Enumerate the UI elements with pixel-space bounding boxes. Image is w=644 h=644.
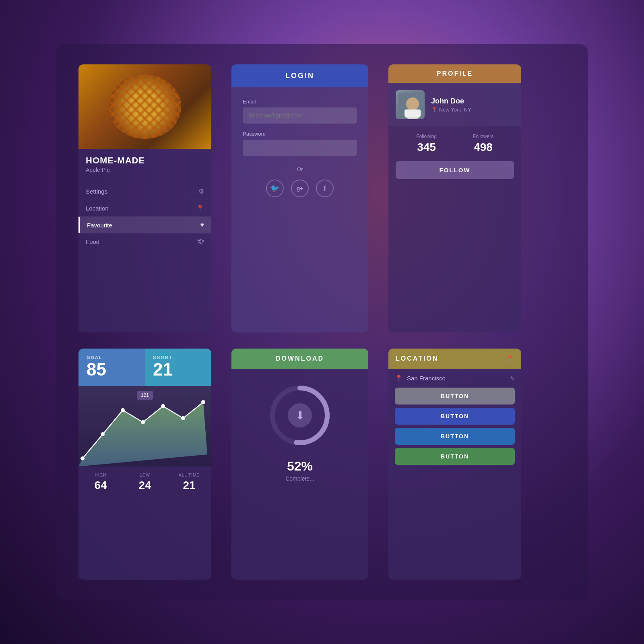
password-label: Password <box>243 131 357 137</box>
short-section: SHORT 21 <box>145 349 211 386</box>
svg-rect-3 <box>405 109 421 117</box>
alltime-label: ALL TIME <box>167 473 211 477</box>
email-label: Email <box>243 99 357 105</box>
location-edit-icon[interactable]: ✎ <box>510 375 515 382</box>
download-title: DOWNLOAD <box>276 355 324 362</box>
menu-item-settings[interactable]: Settings ⚙ <box>78 183 211 200</box>
google-button[interactable]: g+ <box>291 180 309 197</box>
followers-value: 498 <box>455 141 512 154</box>
food-menu: Settings ⚙ Location 📍 Favourite ♥ Food 🍽 <box>78 183 211 250</box>
svg-marker-4 <box>78 402 207 466</box>
profile-name: John Doe <box>431 97 471 105</box>
profile-header: PROFILE <box>388 64 521 83</box>
pie-lattice <box>109 74 181 139</box>
low-value: 24 <box>123 479 167 492</box>
svg-point-1 <box>406 97 419 110</box>
food-label-menu: Food <box>86 238 99 245</box>
goal-value: 85 <box>87 360 137 379</box>
download-progress-ring: ⬇ <box>268 383 332 448</box>
twitter-icon: 🐦 <box>270 184 279 193</box>
button-2[interactable]: BUTTON <box>395 408 515 425</box>
download-card: DOWNLOAD ⬇ 52% Complete... <box>231 349 368 580</box>
food-card: HOME-MADE Apple Pie Settings ⚙ Location … <box>78 64 211 332</box>
following-stat: Following 345 <box>398 134 455 154</box>
location-pin-icon2: 📍 <box>395 374 403 382</box>
location-title: LOCATION <box>396 355 438 362</box>
google-icon: g+ <box>297 185 303 192</box>
profile-info: John Doe 📍 New York, NY <box>431 97 471 113</box>
follow-button[interactable]: FOLLOW <box>396 161 514 179</box>
svg-point-10 <box>181 416 185 420</box>
menu-item-location[interactable]: Location 📍 <box>78 200 211 217</box>
stats-top: GOAL 85 SHORT 21 <box>78 349 211 386</box>
low-stat: LOW 24 <box>123 473 167 492</box>
avatar-image <box>398 93 422 117</box>
download-cloud-icon: ⬇ <box>288 403 312 427</box>
button-3[interactable]: BUTTON <box>395 428 515 445</box>
login-header: LOGIN <box>231 64 368 87</box>
profile-location: 📍 New York, NY <box>431 107 471 113</box>
svg-point-6 <box>101 432 105 436</box>
settings-icon: ⚙ <box>198 188 204 195</box>
password-input[interactable] <box>243 140 357 156</box>
short-value: 21 <box>153 360 203 379</box>
food-image <box>78 64 211 149</box>
download-percent: 52% <box>287 459 313 474</box>
high-stat: HIGH 64 <box>78 473 123 492</box>
profile-card: PROFILE John Doe 📍 New York, <box>388 64 521 332</box>
svg-point-9 <box>161 404 165 408</box>
button-4[interactable]: BUTTON <box>395 448 515 465</box>
menu-item-favourite[interactable]: Favourite ♥ <box>78 217 211 233</box>
alltime-stat: ALL TIME 21 <box>167 473 211 492</box>
svg-point-7 <box>121 408 125 412</box>
profile-user-section: John Doe 📍 New York, NY <box>388 83 521 126</box>
twitter-button[interactable]: 🐦 <box>266 180 284 197</box>
food-title: HOME-MADE <box>86 155 204 166</box>
chart-svg <box>78 386 211 466</box>
button-group: BUTTON BUTTON BUTTON BUTTON <box>388 385 521 471</box>
following-label: Following <box>398 134 455 139</box>
download-body: ⬇ 52% Complete... <box>231 369 368 494</box>
facebook-button[interactable]: f <box>316 180 334 197</box>
location-header-icon: 📍 <box>505 354 514 363</box>
food-card-text: HOME-MADE Apple Pie <box>78 149 211 181</box>
location-pin-icon: 📍 <box>196 204 204 212</box>
heart-icon: ♥ <box>200 221 204 229</box>
pie-visual <box>109 74 181 139</box>
followers-label: Followers <box>455 134 512 139</box>
high-label: HIGH <box>78 473 123 477</box>
high-value: 64 <box>78 479 123 492</box>
settings-label: Settings <box>86 188 107 195</box>
login-body: Email Password Or 🐦 g+ f <box>231 87 368 207</box>
profile-title: PROFILE <box>437 70 473 77</box>
menu-item-food[interactable]: Food 🍽 <box>78 233 211 250</box>
chart-area: 121 <box>78 386 211 466</box>
alltime-value: 21 <box>167 479 211 492</box>
svg-point-5 <box>80 456 85 460</box>
favourite-label: Favourite <box>87 222 112 229</box>
email-input[interactable] <box>243 107 357 124</box>
facebook-icon: f <box>324 184 326 193</box>
food-subtitle: Apple Pie <box>86 167 204 173</box>
goal-section: GOAL 85 <box>78 349 145 386</box>
location-card: LOCATION 📍 📍 San Francisco ✎ BUTTON BUTT… <box>388 349 521 580</box>
or-divider: Or <box>243 166 357 172</box>
button-1[interactable]: BUTTON <box>395 388 515 405</box>
download-status: Complete... <box>285 475 314 482</box>
social-buttons: 🐦 g+ f <box>243 180 357 197</box>
login-title: LOGIN <box>285 72 314 80</box>
stats-card: GOAL 85 SHORT 21 121 <box>78 349 211 580</box>
avatar <box>396 90 425 119</box>
location-label: Location <box>86 205 109 212</box>
location-input-area: 📍 San Francisco ✎ <box>388 369 521 385</box>
login-card: LOGIN Email Password Or 🐦 g+ f <box>231 64 368 332</box>
download-header: DOWNLOAD <box>231 349 368 369</box>
main-container: HOME-MADE Apple Pie Settings ⚙ Location … <box>56 44 588 600</box>
following-value: 345 <box>398 141 455 154</box>
svg-point-11 <box>201 400 205 404</box>
svg-point-8 <box>141 420 145 424</box>
location-city: San Francisco <box>407 375 506 382</box>
chef-svg <box>398 93 425 119</box>
profile-stats: Following 345 Followers 498 <box>388 126 521 161</box>
low-label: LOW <box>123 473 167 477</box>
